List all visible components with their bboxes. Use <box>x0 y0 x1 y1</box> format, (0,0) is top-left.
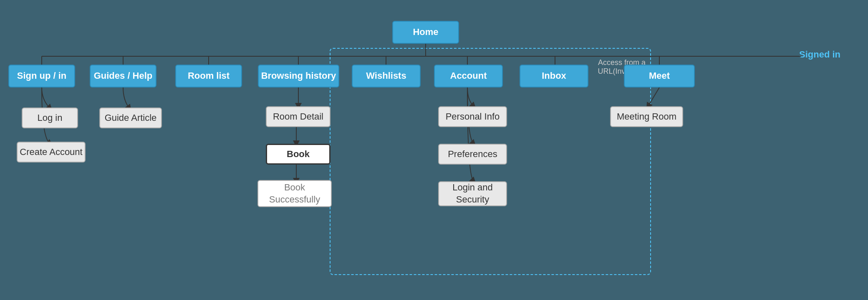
node-wishlists[interactable]: Wishlists <box>352 65 421 88</box>
diagram-container: Signed in Access from a URL(Invitaion) <box>0 0 868 300</box>
node-personalinfo[interactable]: Personal Info <box>438 106 507 127</box>
node-roomdetail[interactable]: Room Detail <box>266 106 331 127</box>
node-createaccount[interactable]: Create Account <box>17 142 86 162</box>
node-guides[interactable]: Guides / Help <box>90 65 156 88</box>
node-meet[interactable]: Meet <box>624 65 695 88</box>
node-preferences[interactable]: Preferences <box>438 144 507 165</box>
node-booksuccessfully[interactable]: Book Successfully <box>257 180 332 207</box>
node-meetingroom[interactable]: Meeting Room <box>610 106 683 127</box>
node-loginsecurity[interactable]: Login and Security <box>438 181 507 206</box>
node-signup[interactable]: Sign up / in <box>8 65 75 88</box>
signed-in-label: Signed in <box>799 49 840 60</box>
node-book[interactable]: Book <box>266 144 331 165</box>
node-login[interactable]: Log in <box>22 108 78 128</box>
node-inbox[interactable]: Inbox <box>520 65 588 88</box>
node-account[interactable]: Account <box>434 65 503 88</box>
node-browsinghistory[interactable]: Browsing history <box>258 65 339 88</box>
node-guidearticle[interactable]: Guide Article <box>99 108 162 128</box>
node-roomlist[interactable]: Room list <box>175 65 242 88</box>
node-home[interactable]: Home <box>392 21 459 44</box>
